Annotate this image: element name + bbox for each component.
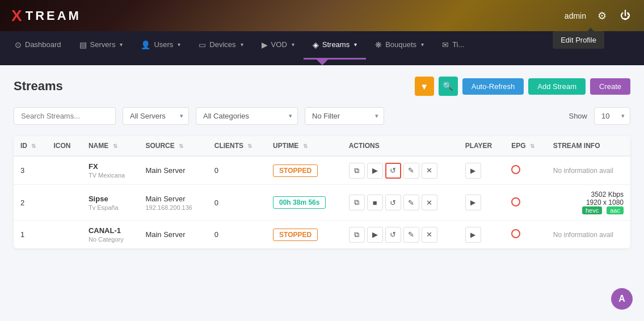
- cell-clients: 0: [208, 185, 266, 221]
- cell-player: ▶: [458, 221, 505, 249]
- cell-source: Main Server: [138, 156, 207, 185]
- edit-button[interactable]: ✎: [403, 163, 419, 179]
- devices-icon: ▭: [199, 40, 206, 49]
- edit-profile-tooltip: Edit Profile: [553, 31, 604, 49]
- filter-button[interactable]: ▼: [415, 77, 434, 96]
- play-button[interactable]: ▶: [367, 163, 383, 179]
- categories-filter-wrap: All Categories ▾: [196, 107, 298, 125]
- table-header-row: ID ⇅ ICON NAME ⇅ SOURCE ⇅ CLIENTS ⇅ UPTI…: [14, 136, 630, 156]
- create-button[interactable]: Create: [590, 78, 630, 95]
- no-filter-select[interactable]: No Filter: [305, 107, 384, 125]
- copy-button[interactable]: ⧉: [349, 195, 365, 210]
- categories-filter[interactable]: All Categories: [196, 107, 298, 125]
- sidebar-item-streams[interactable]: ◈ Streams ▾: [304, 31, 366, 60]
- search-input[interactable]: [14, 107, 116, 125]
- cell-actions: ⧉ ▶ ↺ ✎ ✕: [342, 156, 458, 185]
- codec-audio-badge: aac: [607, 206, 624, 214]
- play-button[interactable]: ▶: [367, 227, 383, 243]
- show-count-select[interactable]: 10 25 50 100: [594, 107, 630, 125]
- edit-button[interactable]: ✎: [403, 227, 419, 243]
- nav-label-streams: Streams: [322, 40, 350, 49]
- epg-status-indicator: [511, 197, 520, 206]
- cell-name: CANAL-1 No Category: [82, 221, 138, 249]
- nav-label-devices: Devices: [209, 40, 235, 49]
- stream-name: CANAL-1: [89, 226, 132, 235]
- source-main: Main Server: [145, 166, 200, 175]
- player-play-button[interactable]: ▶: [465, 227, 481, 243]
- page-content: Streams ▼ 🔍 Auto-Refresh Add Stream Crea…: [0, 65, 644, 260]
- sidebar-item-vod[interactable]: ▶ VOD ▾: [252, 31, 304, 60]
- auto-refresh-button[interactable]: Auto-Refresh: [462, 78, 524, 95]
- nav-label-vod: VOD: [271, 40, 287, 49]
- show-count-wrap: 10 25 50 100 ▾: [594, 107, 630, 125]
- sidebar-item-devices[interactable]: ▭ Devices ▾: [190, 31, 252, 60]
- cell-uptime: 00h 38m 56s: [266, 185, 342, 221]
- dashboard-icon: ⊙: [15, 40, 22, 49]
- status-badge: 00h 38m 56s: [273, 196, 326, 209]
- cell-id: 2: [14, 185, 47, 221]
- cell-stream-info: No information avail: [546, 156, 630, 185]
- col-icon: ICON: [47, 136, 81, 156]
- no-filter-wrap: No Filter ▾: [305, 107, 384, 125]
- table-row: 3 FX TV Mexicana Main Server 0 STOPPED ⧉…: [14, 156, 630, 185]
- cell-source: Main Server 192.168.200.136: [138, 185, 207, 221]
- search-button[interactable]: 🔍: [439, 77, 458, 96]
- reload-button[interactable]: ↺: [385, 227, 401, 243]
- chevron-down-icon: ▾: [178, 41, 180, 48]
- player-play-button[interactable]: ▶: [465, 195, 481, 210]
- cell-name: Sipse Tv España: [82, 185, 138, 221]
- delete-button[interactable]: ✕: [422, 227, 437, 243]
- stop-button[interactable]: ■: [367, 195, 383, 210]
- logo: X TREAM: [11, 7, 81, 25]
- bouquets-icon: ❋: [375, 40, 382, 49]
- delete-button[interactable]: ✕: [422, 163, 437, 179]
- cell-actions: ⧉ ▶ ↺ ✎ ✕: [342, 221, 458, 249]
- delete-button[interactable]: ✕: [422, 195, 437, 210]
- cell-id: 1: [14, 221, 47, 249]
- copy-button[interactable]: ⧉: [349, 227, 365, 243]
- cell-icon: [47, 185, 81, 221]
- stream-info-resolution: 1920 x 1080: [553, 198, 624, 206]
- servers-filter[interactable]: All Servers Main Server: [123, 107, 189, 125]
- reload-button[interactable]: ↺: [385, 195, 401, 210]
- logo-rest: TREAM: [26, 9, 81, 23]
- cell-actions: ⧉ ■ ↺ ✎ ✕: [342, 185, 458, 221]
- cell-epg: [504, 156, 546, 185]
- col-stream-info: STREAM INFO: [546, 136, 630, 156]
- cell-epg: [504, 185, 546, 221]
- cell-icon: [47, 221, 81, 249]
- stream-sub: TV Mexicana: [89, 172, 132, 179]
- sidebar-item-dashboard[interactable]: ⊙ Dashboard: [6, 31, 70, 60]
- reload-button[interactable]: ↺: [385, 163, 401, 179]
- action-buttons: ⧉ ▶ ↺ ✎ ✕: [349, 163, 452, 179]
- col-id: ID ⇅: [14, 136, 47, 156]
- tickets-icon: ✉: [442, 40, 449, 49]
- filters-row: All Servers Main Server ▾ All Categories…: [14, 107, 630, 125]
- stream-info-codecs: hevc aac: [553, 206, 624, 214]
- cell-uptime: STOPPED: [266, 221, 342, 249]
- sidebar-item-users[interactable]: 👤 Users ▾: [132, 31, 190, 60]
- codec-video-badge: hevc: [582, 206, 602, 214]
- cell-source: Main Server: [138, 221, 207, 249]
- edit-button[interactable]: ✎: [403, 195, 419, 210]
- sidebar-item-servers[interactable]: ▤ Servers ▾: [70, 31, 132, 60]
- copy-button[interactable]: ⧉: [349, 163, 365, 179]
- cell-icon: [47, 156, 81, 185]
- col-epg: EPG ⇅: [504, 136, 546, 156]
- sidebar-item-tickets[interactable]: ✉ Ti...: [433, 31, 473, 60]
- col-clients: CLIENTS ⇅: [208, 136, 266, 156]
- sort-icon: ⇅: [113, 143, 117, 149]
- settings-button[interactable]: ⚙: [595, 7, 609, 24]
- page-title: Streams: [14, 79, 63, 94]
- nav-label-tickets: Ti...: [452, 40, 464, 49]
- cell-stream-info: No information avail: [546, 221, 630, 249]
- streams-table: ID ⇅ ICON NAME ⇅ SOURCE ⇅ CLIENTS ⇅ UPTI…: [14, 136, 630, 248]
- power-button[interactable]: ⏻: [618, 7, 633, 24]
- player-play-button[interactable]: ▶: [465, 163, 481, 179]
- add-stream-button[interactable]: Add Stream: [528, 78, 586, 95]
- sidebar-item-bouquets[interactable]: ❋ Bouquets ▾: [366, 31, 433, 60]
- cell-id: 3: [14, 156, 47, 185]
- col-actions: ACTIONS: [342, 136, 458, 156]
- nav-label-bouquets: Bouquets: [385, 40, 416, 49]
- streams-arrow-triangle: [317, 60, 328, 65]
